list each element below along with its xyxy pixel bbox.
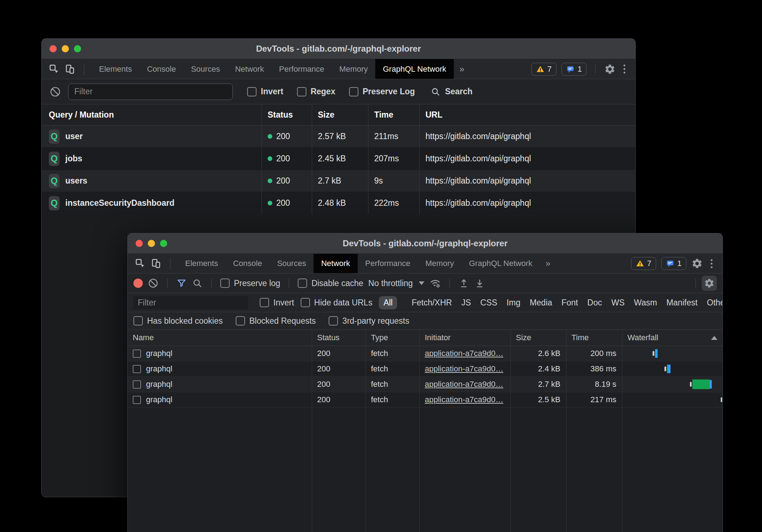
clear-icon[interactable] [148,278,159,289]
column-header-url[interactable]: URL [419,104,635,125]
tab-network[interactable]: Network [314,254,358,273]
inspect-element-icon[interactable] [49,64,60,75]
initiator-link[interactable]: application-a7ca9d0… [425,395,503,404]
blocked-requests-checkbox[interactable] [236,316,245,326]
row-checkbox[interactable] [133,396,141,404]
preserve-log-checkbox-group[interactable]: Preserve log [220,279,280,288]
titlebar[interactable]: DevTools - gitlab.com/-/graphql-explorer [42,39,635,59]
filter-input[interactable] [68,84,233,100]
filter-type-media[interactable]: Media [530,298,552,308]
column-header-size[interactable]: Size [511,330,566,346]
row-checkbox[interactable] [133,365,141,373]
network-settings-gear-icon[interactable] [702,276,717,291]
column-header-status[interactable]: Status [262,104,312,125]
filter-type-font[interactable]: Font [561,298,578,308]
device-toolbar-icon[interactable] [151,258,161,269]
column-header-size[interactable]: Size [312,104,368,125]
table-row[interactable]: graphql 200 fetch application-a7ca9d0… 2… [128,392,723,408]
tab-graphql-network[interactable]: GraphQL Network [461,254,540,273]
has-blocked-cookies-checkbox-group[interactable]: Has blocked cookies [133,316,223,326]
kebab-menu-icon[interactable] [621,65,628,73]
table-row[interactable]: graphql 200 fetch application-a7ca9d0… 2… [128,377,723,392]
filter-type-fetch-xhr[interactable]: Fetch/XHR [411,298,452,308]
filter-type-wasm[interactable]: Wasm [634,298,657,308]
filter-type-css[interactable]: CSS [480,298,497,308]
filter-type-img[interactable]: Img [507,298,520,308]
regex-checkbox-group[interactable]: Regex [297,87,335,96]
column-header-initiator[interactable]: Initiator [419,330,511,346]
inspect-element-icon[interactable] [135,258,146,269]
tab-elements[interactable]: Elements [91,59,140,79]
has-blocked-cookies-checkbox[interactable] [133,316,143,326]
more-tabs-button[interactable]: » [540,258,556,269]
third-party-requests-checkbox[interactable] [329,316,338,326]
invert-checkbox-group[interactable]: Invert [260,298,294,308]
invert-checkbox[interactable] [247,87,257,96]
tab-sources[interactable]: Sources [269,254,314,273]
preserve-log-checkbox-group[interactable]: Preserve Log [349,87,415,96]
column-header-name[interactable]: Name [128,330,312,346]
warnings-badge[interactable]: 7 [531,63,556,76]
hide-data-urls-checkbox-group[interactable]: Hide data URLs [301,298,372,308]
invert-checkbox-group[interactable]: Invert [247,87,283,96]
clear-icon[interactable] [50,86,61,98]
search-button[interactable]: Search [431,87,472,97]
tab-graphql-network[interactable]: GraphQL Network [375,59,453,79]
tab-memory[interactable]: Memory [332,59,375,79]
filter-type-ws[interactable]: WS [611,298,625,308]
column-header-waterfall[interactable]: Waterfall [622,330,723,346]
tab-elements[interactable]: Elements [178,254,226,273]
filter-funnel-icon[interactable] [176,278,187,289]
regex-checkbox[interactable] [297,87,306,96]
tab-console[interactable]: Console [226,254,270,273]
table-row[interactable]: Qusers 200 2.7 kB 9s https://gitlab.com/… [42,170,635,192]
tab-performance[interactable]: Performance [272,59,332,79]
filter-type-other[interactable]: Other [707,298,723,308]
more-tabs-button[interactable]: » [454,64,470,74]
blocked-requests-checkbox-group[interactable]: Blocked Requests [236,316,316,326]
search-icon[interactable] [192,278,203,289]
initiator-link[interactable]: application-a7ca9d0… [425,364,503,374]
disable-cache-checkbox[interactable] [298,279,307,288]
titlebar[interactable]: DevTools - gitlab.com/-/graphql-explorer [128,233,723,254]
preserve-log-checkbox[interactable] [349,87,358,96]
tab-performance[interactable]: Performance [358,254,418,273]
network-conditions-icon[interactable] [429,277,441,289]
table-row[interactable]: QinstanceSecurityDashboard 200 2.48 kB 2… [42,192,635,214]
tab-console[interactable]: Console [140,59,184,79]
issues-badge[interactable]: 1 [561,63,587,76]
filter-type-doc[interactable]: Doc [587,298,602,308]
disable-cache-checkbox-group[interactable]: Disable cache [298,279,363,288]
issues-badge[interactable]: 1 [661,257,686,270]
hide-data-urls-checkbox[interactable] [301,298,310,307]
tab-memory[interactable]: Memory [418,254,461,273]
column-header-query-mutation[interactable]: Query / Mutation [42,104,262,125]
initiator-link[interactable]: application-a7ca9d0… [425,380,503,389]
table-row[interactable]: Qjobs 200 2.45 kB 207ms https://gitlab.c… [42,148,635,170]
column-header-type[interactable]: Type [366,330,419,346]
preserve-log-checkbox[interactable] [220,279,230,288]
filter-type-all[interactable]: All [379,296,398,309]
throttling-dropdown[interactable]: No throttling [368,279,424,288]
column-header-status[interactable]: Status [312,330,366,346]
row-checkbox[interactable] [133,380,141,389]
filter-type-js[interactable]: JS [461,298,471,308]
settings-gear-icon[interactable] [691,258,703,269]
column-header-time[interactable]: Time [566,330,622,346]
record-button[interactable] [133,279,143,288]
filter-input[interactable] [133,296,248,309]
table-row[interactable]: Quser 200 2.57 kB 211ms https://gitlab.c… [42,125,635,148]
invert-checkbox[interactable] [260,298,269,307]
device-toolbar-icon[interactable] [65,64,75,75]
tab-sources[interactable]: Sources [183,59,227,79]
kebab-menu-icon[interactable] [708,259,715,268]
filter-type-manifest[interactable]: Manifest [666,298,697,308]
import-har-icon[interactable] [458,278,469,289]
warnings-badge[interactable]: 7 [631,257,656,270]
row-checkbox[interactable] [133,350,141,358]
column-header-time[interactable]: Time [368,104,419,125]
tab-network[interactable]: Network [227,59,272,79]
third-party-requests-checkbox-group[interactable]: 3rd-party requests [329,316,409,326]
table-row[interactable]: graphql 200 fetch application-a7ca9d0… 2… [128,361,723,377]
export-har-icon[interactable] [474,278,485,289]
